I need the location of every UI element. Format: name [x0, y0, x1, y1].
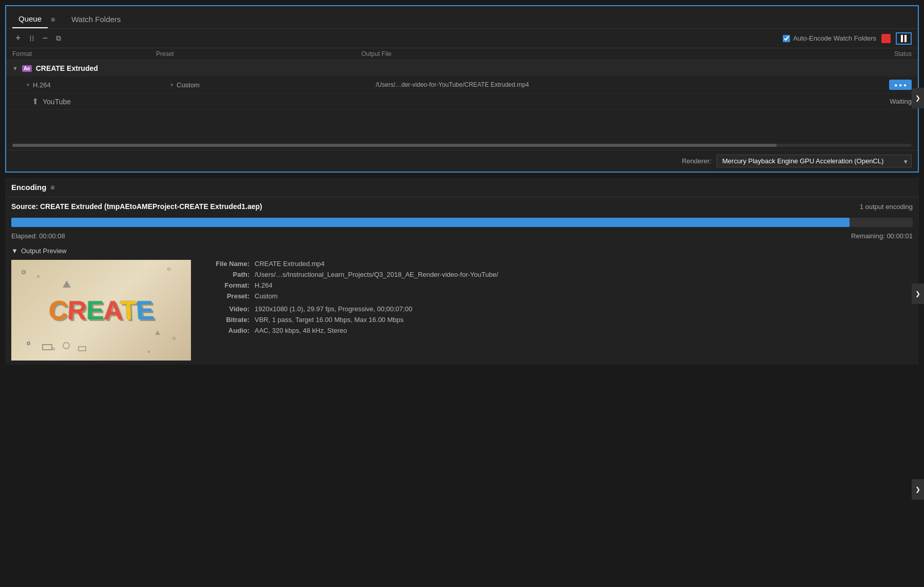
preview-content: CREATE File Name: CREATE Extruded.mp4 Pa…: [11, 260, 913, 361]
pause-icon: [901, 35, 907, 42]
tab-watch-folders[interactable]: Watch Folders: [65, 11, 127, 28]
auto-encode-checkbox[interactable]: [783, 35, 790, 42]
side-arrow-bottom[interactable]: ❯: [912, 479, 924, 500]
encoding-progress: [11, 218, 913, 227]
create-text-art: CREATE: [47, 295, 155, 326]
queue-group: ▼ Ae CREATE Extruded ▾ H.264 ▾ Custom /U…: [6, 60, 918, 110]
duplicate-button[interactable]: ⧉: [53, 33, 64, 44]
renderer-wrapper[interactable]: Mercury Playback Engine GPU Acceleration…: [717, 155, 912, 167]
queue-table-header: Format Preset Output File Status: [6, 48, 918, 60]
queue-item-row: ▾ H.264 ▾ Custom /Users/…der-video-for-Y…: [6, 77, 918, 93]
encoding-panel: Encoding ≡ Source: CREATE Extruded (tmpA…: [5, 178, 919, 365]
format-dropdown-arrow[interactable]: ▾: [27, 82, 30, 88]
output-preview-header[interactable]: ▼ Output Preview: [11, 247, 913, 255]
encoding-header: Encoding ≡: [5, 178, 919, 197]
pause-button[interactable]: [896, 32, 912, 45]
detail-row-video: Video: 1920x1080 (1.0), 29.97 fps, Progr…: [203, 305, 913, 313]
auto-encode-label[interactable]: Auto-Encode Watch Folders: [783, 34, 876, 42]
preset-cell: ▾ Custom: [170, 81, 376, 89]
detail-row-format: Format: H.264: [203, 281, 913, 289]
record-button[interactable]: [881, 34, 891, 43]
encoding-source: Source: CREATE Extruded (tmpAEtoAMEProje…: [5, 197, 919, 216]
side-arrow-top[interactable]: ❯: [912, 88, 924, 108]
queue-progress-fill: [12, 144, 777, 147]
queue-tabs: Queue ≡ Watch Folders: [6, 6, 918, 29]
preview-details: File Name: CREATE Extruded.mp4 Path: /Us…: [203, 260, 913, 337]
detail-row-bitrate: Bitrate: VBR, 1 pass, Target 16.00 Mbps,…: [203, 316, 913, 324]
queue-group-header[interactable]: ▼ Ae CREATE Extruded: [6, 60, 918, 77]
queue-progress-bar: [12, 144, 912, 147]
queue-menu-icon[interactable]: ≡: [51, 15, 55, 24]
side-arrows: ❯ ❯ ❯: [912, 0, 924, 587]
side-arrow-middle[interactable]: ❯: [912, 283, 924, 304]
queue-toolbar: + ⁞⁞ − ⧉ Auto-Encode Watch Folders: [6, 29, 918, 48]
detail-row-filename: File Name: CREATE Extruded.mp4: [203, 260, 913, 268]
toolbar-right: Auto-Encode Watch Folders: [783, 32, 912, 45]
detail-row-path: Path: /Users/…s/Instructional_Learn_Proj…: [203, 271, 913, 278]
settings-button[interactable]: ⁞⁞: [26, 33, 37, 44]
queue-panel: Queue ≡ Watch Folders + ⁞⁞ − ⧉ Auto-Enco…: [5, 5, 919, 173]
detail-row-preset: Preset: Custom: [203, 292, 913, 300]
encoding-timing: Elapsed: 00:00:08 Remaining: 00:00:01: [5, 229, 919, 243]
upload-icon: ⬆: [32, 97, 38, 106]
remove-button[interactable]: −: [40, 32, 51, 45]
group-name: CREATE Extruded: [36, 64, 98, 72]
empty-space: [6, 110, 918, 141]
encoding-menu-icon[interactable]: ≡: [50, 183, 54, 192]
renderer-row: Renderer: Mercury Playback Engine GPU Ac…: [6, 150, 918, 172]
status-encoding: ● ● ●: [889, 80, 912, 90]
expand-icon: ▼: [12, 65, 18, 71]
encoding-progress-fill: [11, 218, 850, 227]
tab-queue[interactable]: Queue: [12, 10, 48, 28]
preview-thumbnail: CREATE: [11, 260, 191, 361]
detail-row-audio: Audio: AAC, 320 kbps, 48 kHz, Stereo: [203, 327, 913, 334]
renderer-select[interactable]: Mercury Playback Engine GPU Acceleration…: [717, 155, 912, 167]
output-preview: ▼ Output Preview: [5, 243, 919, 365]
add-button[interactable]: +: [12, 32, 24, 45]
output-file: /Users/…der-video-for-YouTube/CREATE Ext…: [376, 81, 850, 88]
youtube-row: ⬆ YouTube Waiting: [6, 93, 918, 109]
status-waiting: Waiting: [850, 98, 912, 105]
format-cell: ▾ H.264: [27, 81, 170, 89]
ae-icon: Ae: [22, 65, 32, 72]
youtube-cell: ⬆ YouTube: [32, 97, 176, 106]
preset-dropdown-arrow[interactable]: ▾: [170, 82, 174, 88]
